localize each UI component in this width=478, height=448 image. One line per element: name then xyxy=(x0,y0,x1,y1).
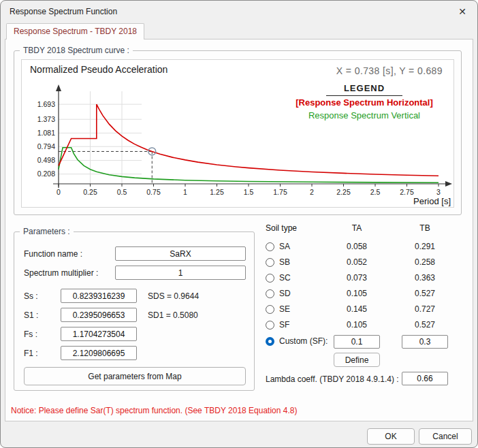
soil-tb-value: 0.527 xyxy=(398,320,452,330)
svg-text:3: 3 xyxy=(436,188,441,196)
ok-button[interactable]: OK xyxy=(367,428,415,445)
svg-text:2.25: 2.25 xyxy=(336,188,351,196)
sd1-value: SD1 = 0.5080 xyxy=(148,310,198,320)
spectrum-multiplier-label: Spectrum multiplier : xyxy=(24,268,98,278)
svg-text:2: 2 xyxy=(310,188,314,196)
function-name-label: Function name : xyxy=(24,249,82,259)
response-spectrum-function-dialog: Response Spectrum Function ✕ Response Sp… xyxy=(0,0,478,448)
spectrum-chart[interactable]: 00.250.50.7511.251.51.7522.252.52.7530.2… xyxy=(21,59,454,208)
soil-row-sb: SB 0.052 0.258 xyxy=(261,257,459,272)
soil-tb-value: 0.527 xyxy=(398,289,452,298)
svg-text:2.5: 2.5 xyxy=(370,188,381,196)
custom-tb-input[interactable] xyxy=(402,335,448,349)
svg-text:1.25: 1.25 xyxy=(210,188,224,196)
function-name-input[interactable] xyxy=(115,246,246,261)
soil-tb-value: 0.727 xyxy=(398,304,452,314)
spectrum-multiplier-input[interactable] xyxy=(115,266,246,280)
parameters-group-label: Parameters : xyxy=(20,227,74,236)
define-button[interactable]: Define xyxy=(334,353,380,367)
sds-value: SDS = 0.9644 xyxy=(148,291,199,301)
legend-horizontal-spectrum: [Response Spectrum Horizontal] xyxy=(279,96,449,109)
soil-label: SE xyxy=(279,304,290,314)
chart-legend: LEGEND [Response Spectrum Horizontal] Re… xyxy=(279,82,449,122)
svg-text:0.25: 0.25 xyxy=(83,188,97,196)
lambda-coeff-label: Lambda coeff. (TBDY 2018 4.9.1.4) : xyxy=(266,374,399,384)
radio-sc[interactable] xyxy=(266,274,274,283)
svg-text:0: 0 xyxy=(57,188,61,196)
soil-tb-value: 0.363 xyxy=(398,273,452,283)
radio-sb[interactable] xyxy=(266,258,274,267)
soil-type-header: Soil type xyxy=(266,223,297,233)
svg-text:0.208: 0.208 xyxy=(37,170,55,178)
fs-label: Fs : xyxy=(24,330,37,339)
soil-ta-value: 0.058 xyxy=(330,242,384,251)
svg-text:1.373: 1.373 xyxy=(37,115,55,123)
soil-row-sc: SC 0.073 0.363 xyxy=(261,272,459,287)
svg-text:1.693: 1.693 xyxy=(37,100,55,108)
svg-text:1: 1 xyxy=(183,188,187,196)
soil-label: SA xyxy=(279,242,290,251)
soil-ta-value: 0.105 xyxy=(330,289,384,298)
soil-label: SF xyxy=(279,320,289,330)
custom-ta-input[interactable] xyxy=(334,335,380,349)
soil-row-sd: SD 0.105 0.527 xyxy=(261,288,459,303)
soil-label: SD xyxy=(279,289,291,298)
soil-row-se: SE 0.145 0.727 xyxy=(261,304,459,319)
svg-text:0.794: 0.794 xyxy=(37,142,55,150)
f1-input[interactable] xyxy=(61,346,137,360)
cancel-button[interactable]: Cancel xyxy=(419,428,472,445)
soil-label: SC xyxy=(279,273,291,283)
notice-text: Notice: Please define Sar(T) spectrum fu… xyxy=(11,406,297,415)
soil-row-sa: SA 0.058 0.291 xyxy=(261,241,459,256)
spectrum-curve-group-label: TBDY 2018 Spectrum curve : xyxy=(20,46,133,55)
soil-tb-value: 0.291 xyxy=(398,242,452,251)
radio-sa[interactable] xyxy=(266,242,274,251)
soil-tb-value: 0.258 xyxy=(398,257,452,267)
fs-input[interactable] xyxy=(61,327,137,341)
svg-text:0.75: 0.75 xyxy=(146,188,161,196)
svg-text:1.75: 1.75 xyxy=(273,188,287,196)
svg-text:2.75: 2.75 xyxy=(400,188,414,196)
soil-ta-value: 0.105 xyxy=(330,320,384,330)
radio-custom-sf[interactable] xyxy=(266,337,274,346)
svg-text:0.5: 0.5 xyxy=(117,188,127,196)
soil-ta-value: 0.052 xyxy=(330,257,384,267)
s1-input[interactable] xyxy=(61,308,137,322)
svg-text:Period [s]: Period [s] xyxy=(413,196,451,206)
cursor-coordinates-readout: X = 0.738 [s], Y = 0.689 xyxy=(336,65,443,76)
title-bar: Response Spectrum Function ✕ xyxy=(1,1,477,22)
tab-strip: Response Spectrum - TBDY 2018 xyxy=(1,22,477,39)
lambda-coeff-input[interactable] xyxy=(402,372,448,385)
spectrum-curve-group: TBDY 2018 Spectrum curve : 00.250.50.751… xyxy=(14,50,462,215)
custom-sf-label: Custom (SF): xyxy=(279,336,328,346)
soil-label: SB xyxy=(279,257,290,267)
legend-vertical-spectrum: Response Spectrum Vertical xyxy=(279,109,449,122)
tab-response-spectrum-tbdy2018[interactable]: Response Spectrum - TBDY 2018 xyxy=(6,23,144,39)
tab-page: TBDY 2018 Spectrum curve : 00.250.50.751… xyxy=(5,39,473,421)
f1-label: F1 : xyxy=(24,349,38,358)
soil-ta-value: 0.073 xyxy=(330,273,384,283)
chart-title: Normalized Pseudo Acceleration xyxy=(30,64,168,75)
close-icon[interactable]: ✕ xyxy=(449,2,476,21)
svg-text:0.498: 0.498 xyxy=(37,156,55,164)
soil-ta-value: 0.145 xyxy=(330,304,384,314)
soil-row-custom: Custom (SF): xyxy=(261,336,459,351)
ss-input[interactable] xyxy=(61,289,137,303)
radio-se[interactable] xyxy=(266,305,274,314)
radio-sd[interactable] xyxy=(266,289,274,298)
window-title: Response Spectrum Function xyxy=(10,7,117,16)
legend-title: LEGEND xyxy=(326,82,402,96)
svg-text:1.5: 1.5 xyxy=(244,188,254,196)
tb-header: TB xyxy=(398,223,452,233)
ss-label: Ss : xyxy=(24,291,38,301)
parameters-group: Parameters : Function name : Spectrum mu… xyxy=(14,231,255,391)
radio-sf[interactable] xyxy=(266,321,274,330)
get-parameters-from-map-button[interactable]: Get parameters from Map xyxy=(24,367,246,385)
s1-label: S1 : xyxy=(24,310,38,320)
soil-type-panel: Soil type TA TB SA 0.058 0.291 SB 0.052 … xyxy=(261,223,459,394)
ta-header: TA xyxy=(330,223,384,233)
soil-row-sf: SF 0.105 0.527 xyxy=(261,319,459,334)
svg-text:1.081: 1.081 xyxy=(37,129,55,137)
